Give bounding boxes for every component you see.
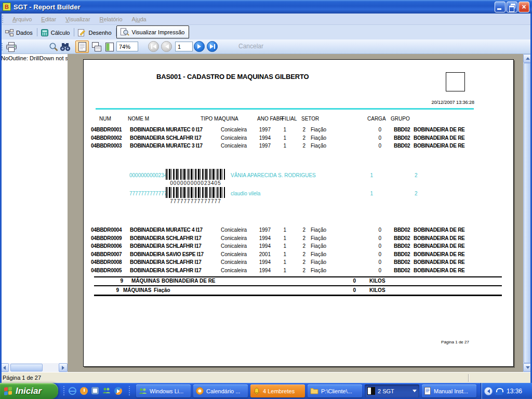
window-title: SGT - Report Builder (14, 3, 495, 11)
task-windows-live[interactable]: Windows Li... (136, 384, 191, 397)
status-page-indicator: Página 1 de 27 (0, 375, 41, 381)
report-datetime: 20/12/2007 13:36:28 (395, 100, 474, 105)
menu-editar[interactable]: Editar (36, 15, 61, 24)
minimize-button[interactable] (495, 2, 506, 12)
cell-grupo-nome: BOBINADEIRA DE RE (414, 143, 464, 149)
tray-chevron-button[interactable] (484, 387, 493, 395)
task-label: 2 SGT (378, 388, 394, 394)
outline-panel: NoOutline: DrillDown not s (0, 54, 68, 372)
data-tree-icon (5, 29, 14, 36)
cell-setor: 2 (299, 235, 305, 241)
cell-carga: 0 (374, 143, 381, 149)
toolbar-grip (2, 16, 5, 23)
print-button[interactable] (5, 41, 18, 52)
cell-carga: 0 (374, 268, 381, 273)
desktop-icon[interactable] (90, 386, 100, 395)
summary-unit: KILOS (369, 278, 385, 284)
sgt-app-icon (367, 387, 375, 395)
zoom-tool-button[interactable] (47, 41, 60, 52)
cell-filial: 1 (280, 243, 286, 249)
fit-page-view-button[interactable] (103, 41, 115, 53)
left-arrow-icon (3, 366, 6, 370)
cell-tipo: Conicaleira (221, 235, 247, 241)
cell-nome: BOBINADEIRA SCHLAFHR I17 (130, 235, 201, 241)
cell-setor: 2 (299, 135, 305, 141)
sidebar-horizontal-scrollbar[interactable] (0, 363, 68, 372)
tab-desenho[interactable]: Desenho (74, 26, 115, 38)
internet-explorer-icon[interactable] (68, 386, 77, 395)
system-tray: 13:36 (481, 383, 532, 399)
cell-tipo: Conicaleira (221, 135, 247, 141)
page-number-input[interactable] (175, 42, 193, 51)
first-page-button[interactable] (148, 41, 159, 52)
last-page-button[interactable] (207, 41, 218, 52)
pencil-page-icon (78, 29, 86, 36)
summary-value: 0 (350, 287, 356, 293)
zoom-level-input[interactable] (116, 42, 138, 51)
multi-page-icon (92, 42, 101, 51)
menubar: Arquivo Editar Visualizar Relatório Ajud… (0, 14, 532, 25)
minimize-icon (497, 8, 501, 10)
badge-filial: 1 (367, 172, 373, 178)
media-player-icon[interactable] (113, 386, 123, 395)
close-button[interactable]: × (518, 2, 529, 12)
column-header-nome: NOME M (128, 116, 149, 122)
cell-grupo: BBD02 (394, 235, 410, 241)
cell-grupo: BBD02 (394, 268, 410, 273)
single-page-view-button[interactable] (75, 41, 89, 53)
table-row: 04BBDR0006 BOBINADEIRA SCHLAFHR I17 Coni… (84, 242, 513, 250)
cell-grupo: BBD02 (394, 143, 410, 149)
tray-clock[interactable]: 13:36 (507, 388, 522, 395)
windows-logo-icon (4, 387, 12, 396)
calendar-icon (196, 387, 204, 395)
cell-ano: 1994 (252, 243, 271, 249)
column-header-grupo: GRUPO (391, 116, 410, 122)
task-manual[interactable]: Manual Inst... (422, 384, 476, 397)
prev-page-button[interactable] (161, 41, 172, 52)
cell-num: 04BBDR0009 (91, 235, 122, 241)
menu-arquivo[interactable]: Arquivo (8, 15, 36, 24)
messenger-icon[interactable] (102, 386, 111, 395)
cell-setor-nome: Fiação (311, 227, 326, 233)
app-icon: B (3, 3, 11, 11)
badge-person-name: VÂNIA APARECIDA S. RODRIGUES (231, 172, 316, 178)
tab-dados[interactable]: Dados (2, 26, 37, 38)
column-header-carga: CARGA (367, 116, 386, 122)
cell-nome: BOBINADEIRA MURATEC 3 I17 (130, 143, 203, 149)
single-page-icon (78, 42, 86, 51)
cell-num: 04BBDR0007 (91, 251, 122, 257)
scroll-right-button[interactable] (59, 363, 68, 372)
start-button[interactable]: Iniciar (0, 383, 58, 399)
tray-status-icon[interactable] (495, 387, 503, 395)
tab-visualizar-impressao[interactable]: Visualizar Impressão (116, 25, 190, 38)
cancel-button[interactable]: Cancelar (233, 43, 269, 50)
group-summary-row: 9 MÁQUINAS BOBINADEIRA DE RE 0 KILOS (84, 278, 513, 285)
menu-relatorio[interactable]: Relatório (95, 15, 127, 24)
outlook-icon[interactable] (79, 386, 88, 395)
report-page-number: Página 1 de 27 (416, 340, 494, 344)
window-controls: × (495, 2, 529, 12)
barcode-digits: 777777777777777 (166, 198, 225, 204)
cell-setor: 2 (299, 251, 305, 257)
task-lembretes[interactable]: 4 Lembretes (250, 384, 305, 397)
tab-calculo[interactable]: Cálculo (37, 26, 74, 38)
next-page-button[interactable] (194, 41, 205, 52)
multi-page-view-button[interactable] (90, 41, 103, 53)
menu-ajuda[interactable]: Ajuda (127, 15, 151, 24)
cell-ano: 1994 (252, 135, 271, 141)
folder-icon (310, 388, 318, 394)
view-tabs: Dados Cálculo Desenho Visualizar Impress… (0, 25, 532, 39)
close-icon: × (522, 3, 526, 10)
binoculars-icon (60, 43, 71, 51)
restore-button[interactable] (507, 2, 517, 12)
summary-value: 0 (350, 278, 356, 284)
task-explorer-cliente[interactable]: P:\Cliente\... (308, 384, 362, 397)
task-sgt-group[interactable]: 2 SGT (365, 384, 419, 397)
report-image-placeholder (446, 72, 465, 91)
toolbar-grip (2, 43, 4, 50)
search-button[interactable] (59, 41, 71, 52)
menu-visualizar[interactable]: Visualizar (61, 15, 95, 24)
task-calendario[interactable]: Calendário ... (193, 384, 248, 397)
cell-nome: BOBINADEIRA SCHLAFHR I17 (130, 135, 201, 141)
horizontal-scrollbar-thumb[interactable] (10, 364, 43, 371)
